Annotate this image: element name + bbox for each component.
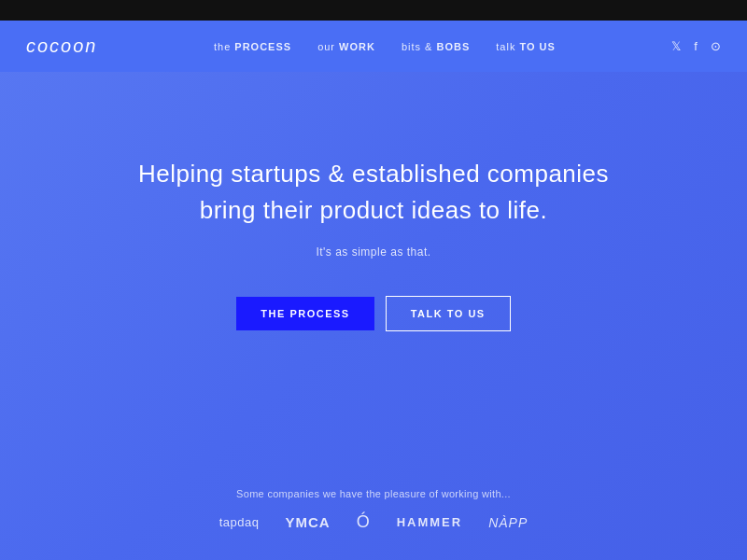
cta-buttons: THE PROCESS TALK TO US (236, 296, 510, 331)
partner-ymca: YMCA (285, 514, 330, 530)
social-icons: 𝕏 f ⊙ (671, 39, 721, 53)
talk-button[interactable]: TALK TO US (386, 296, 511, 331)
nav-talk[interactable]: talk TO US (496, 41, 556, 52)
hero-title: Helping startups & established companies… (138, 156, 609, 229)
process-button[interactable]: THE PROCESS (236, 297, 374, 330)
twitter-icon[interactable]: 𝕏 (671, 39, 681, 53)
partners-label: Some companies we have the pleasure of w… (236, 488, 511, 499)
facebook-icon[interactable]: f (694, 39, 698, 53)
partners-logos: tapdaq YMCA Ó HAMMER nàpp (219, 512, 529, 532)
partner-tapdaq: tapdaq (219, 515, 260, 529)
nav-work[interactable]: our WORK (317, 41, 375, 52)
instagram-icon[interactable]: ⊙ (711, 39, 721, 53)
nav-bobs[interactable]: bits & BOBS (402, 41, 470, 52)
nav-links: the PROCESS our WORK bits & BOBS talk TO… (214, 41, 556, 52)
logo[interactable]: cocoon (26, 35, 98, 57)
hero-section: Helping startups & established companies… (0, 72, 747, 331)
hero-subtitle: It's as simple as that. (316, 245, 430, 259)
partners-section: Some companies we have the pleasure of w… (0, 488, 747, 532)
top-bar (0, 0, 747, 21)
partner-o: Ó (357, 512, 371, 532)
partner-hammer: HAMMER (397, 515, 463, 529)
navbar: cocoon the PROCESS our WORK bits & BOBS … (0, 21, 747, 72)
nav-process[interactable]: the PROCESS (214, 41, 291, 52)
partner-napp: nàpp (488, 515, 528, 530)
